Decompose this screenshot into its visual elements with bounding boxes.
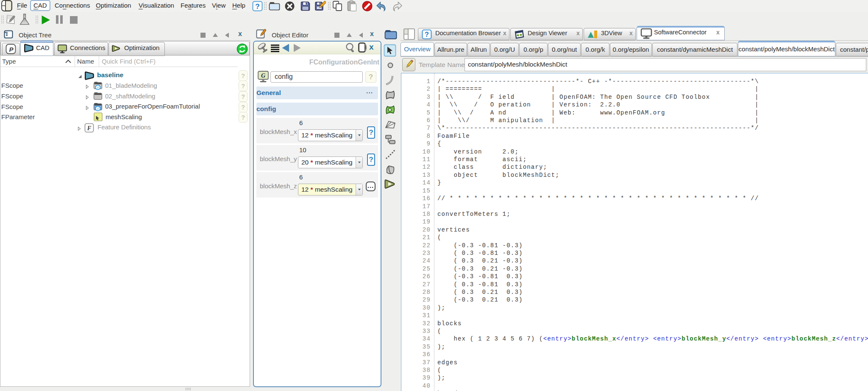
svg-text:G: G [261, 73, 265, 79]
svg-text:?: ? [255, 3, 259, 11]
svg-text:F: F [87, 125, 92, 131]
svg-text:P: P [9, 46, 14, 53]
svg-text:?: ? [425, 31, 429, 38]
